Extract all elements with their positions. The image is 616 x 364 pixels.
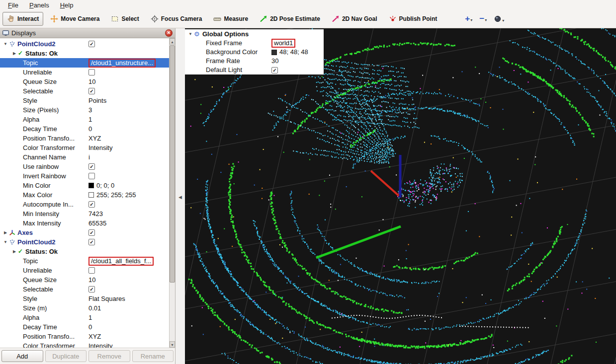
global-row-background-color[interactable]: Background Color48; 48; 48	[185, 48, 324, 57]
collapse-panel-icon[interactable]: ◀	[177, 193, 183, 201]
value-text[interactable]: /cloud1_unstructure...	[88, 59, 156, 68]
add-button[interactable]: Add	[1, 350, 43, 362]
value-text[interactable]: 65535	[88, 218, 106, 228]
value-text[interactable]: Intensity	[88, 341, 112, 348]
value-text[interactable]: 10	[88, 77, 95, 86]
tree-row-use-rainbow[interactable]: Use rainbow✓	[0, 162, 169, 171]
tree-row-decay-time[interactable]: Decay Time0	[0, 124, 169, 134]
tool-2d-nav-goal[interactable]: 2D Nav Goal	[327, 12, 382, 26]
color-swatch[interactable]	[88, 183, 94, 188]
tree-row-min-intensity[interactable]: Min Intensity7423	[0, 209, 169, 218]
tool-2d-pose-estimate[interactable]: 2D Pose Estimate	[255, 12, 325, 26]
chevron-right-icon[interactable]: ▶	[2, 228, 9, 237]
tree-row-style[interactable]: StyleFlat Squares	[0, 294, 169, 303]
tree-row-alpha[interactable]: Alpha1	[0, 115, 169, 124]
tree-row-status-ok[interactable]: ▶✓Status: Ok	[0, 247, 169, 256]
tree-row-invert-rainbow[interactable]: Invert Rainbow	[0, 171, 169, 181]
tool-publish-point[interactable]: Publish Point	[384, 12, 442, 26]
value-text[interactable]: XYZ	[88, 332, 101, 341]
close-icon[interactable]: ✕	[165, 29, 173, 37]
scrollbar-track[interactable]	[170, 45, 175, 341]
tree-row-queue-size[interactable]: Queue Size10	[0, 275, 169, 285]
value-text[interactable]: 48; 48; 48	[279, 48, 308, 57]
menu-item-file[interactable]: File	[3, 1, 23, 9]
checkbox[interactable]: ✓	[88, 239, 95, 245]
chevron-right-icon[interactable]: ▶	[11, 247, 18, 256]
tree-row-status-ok[interactable]: ▶✓Status: Ok	[0, 49, 169, 58]
minus-button[interactable]: −▾	[479, 15, 487, 22]
global-row-frame-rate[interactable]: Frame Rate30	[185, 57, 324, 66]
tree-row-size-pixels[interactable]: Size (Pixels)3	[0, 105, 169, 115]
value-text[interactable]: 1	[88, 115, 92, 124]
menu-item-help[interactable]: Help	[55, 1, 79, 9]
camera-view-button[interactable]: ▾	[494, 15, 504, 23]
value-text[interactable]: 10	[88, 275, 95, 285]
value-text[interactable]: 7423	[88, 209, 103, 218]
tree-row-selectable[interactable]: Selectable✓	[0, 285, 169, 294]
global-row-default-light[interactable]: Default Light✓	[185, 66, 324, 74]
value-text[interactable]: Points	[88, 96, 106, 105]
tool-interact[interactable]: Interact	[2, 12, 43, 26]
tree-row-size-m[interactable]: Size (m)0.01	[0, 303, 169, 313]
value-text[interactable]: 1	[88, 313, 92, 322]
tool-move-camera[interactable]: Move Camera	[46, 12, 104, 26]
scrollbar-thumb[interactable]	[170, 45, 175, 283]
tree-row-pointcloud2[interactable]: ▼PointCloud2✓	[0, 237, 169, 247]
color-swatch[interactable]	[271, 50, 277, 55]
tree-row-pointcloud2[interactable]: ▼PointCloud2✓	[0, 39, 169, 49]
global-row-fixed-frame[interactable]: Fixed Frameworld1	[185, 39, 324, 48]
tool-measure[interactable]: Measure	[209, 12, 253, 26]
checkbox[interactable]: ✓	[88, 163, 95, 170]
value-text[interactable]: 30	[271, 57, 278, 66]
value-text[interactable]: 0.01	[88, 303, 101, 313]
scroll-up-icon[interactable]: ▲	[170, 38, 175, 45]
tool-select[interactable]: Select	[106, 12, 143, 26]
checkbox[interactable]	[88, 267, 95, 274]
value-text[interactable]: Intensity	[88, 143, 112, 152]
checkbox[interactable]: ✓	[88, 286, 95, 292]
tree-row-queue-size[interactable]: Queue Size10	[0, 77, 169, 86]
chevron-down-icon[interactable]: ▼	[2, 237, 9, 247]
value-text[interactable]: 0	[88, 322, 92, 332]
tree-row-unreliable[interactable]: Unreliable	[0, 266, 169, 275]
chevron-down-icon[interactable]: ▼	[187, 30, 194, 39]
tree-row-topic[interactable]: Topic/cloud1_all_fields_f...	[0, 256, 169, 266]
checkbox[interactable]	[88, 173, 95, 179]
value-text[interactable]: /cloud1_all_fields_f...	[88, 257, 154, 266]
tree-row-style[interactable]: StylePoints	[0, 96, 169, 105]
chevron-right-icon[interactable]: ▶	[11, 49, 18, 58]
color-swatch[interactable]	[88, 192, 94, 198]
value-text[interactable]: 3	[88, 105, 92, 115]
tree-row-max-color[interactable]: Max Color255; 255; 255	[0, 190, 169, 200]
checkbox[interactable]	[88, 69, 95, 75]
tree-row-autocompute-in[interactable]: Autocompute In...✓	[0, 200, 169, 209]
scroll-down-icon[interactable]: ▼	[170, 341, 175, 348]
tree-row-selectable[interactable]: Selectable✓	[0, 86, 169, 96]
checkbox[interactable]: ✓	[88, 41, 95, 47]
tree-row-position-transfo[interactable]: Position Transfo...XYZ	[0, 134, 169, 143]
scrollbar[interactable]: ▲ ▼	[169, 38, 175, 348]
panel-splitter[interactable]: ◀	[176, 28, 185, 364]
value-text[interactable]: i	[88, 152, 90, 162]
checkbox[interactable]: ✓	[271, 67, 278, 73]
checkbox[interactable]: ✓	[88, 229, 95, 236]
tree-row-alpha[interactable]: Alpha1	[0, 313, 169, 322]
tree-row-color-transformer[interactable]: Color TransformerIntensity	[0, 143, 169, 152]
tree-row-unreliable[interactable]: Unreliable	[0, 68, 169, 77]
chevron-down-icon[interactable]: ▼	[2, 39, 9, 49]
plus-button[interactable]: +▾	[465, 15, 472, 22]
value-text[interactable]: world1	[271, 39, 295, 48]
tree-row-axes[interactable]: ▶Axes✓	[0, 228, 169, 237]
value-text[interactable]: 0; 0; 0	[96, 181, 114, 190]
tree-row-color-transformer[interactable]: Color TransformerIntensity	[0, 341, 169, 348]
checkbox[interactable]: ✓	[88, 201, 95, 208]
value-text[interactable]: XYZ	[88, 134, 101, 143]
menu-item-panels[interactable]: Panels	[24, 1, 54, 9]
value-text[interactable]: 0	[88, 124, 92, 134]
tree-row-topic[interactable]: Topic/cloud1_unstructure...	[0, 58, 169, 68]
value-text[interactable]: 255; 255; 255	[96, 190, 136, 200]
tree-row-decay-time[interactable]: Decay Time0	[0, 322, 169, 332]
tree-row-max-intensity[interactable]: Max Intensity65535	[0, 218, 169, 228]
tree-row-min-color[interactable]: Min Color0; 0; 0	[0, 181, 169, 190]
value-text[interactable]: Flat Squares	[88, 294, 125, 303]
